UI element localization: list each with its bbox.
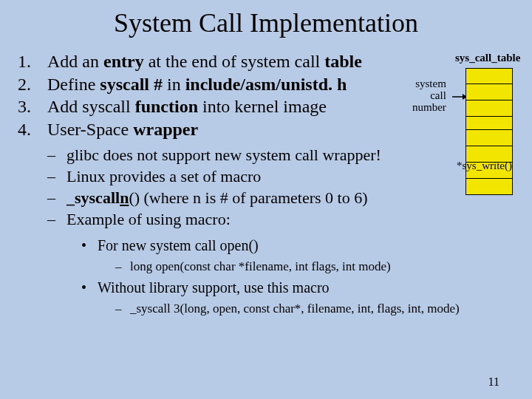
- sys-write-label: *sys_write(): [457, 160, 512, 172]
- t: include/asm/unistd. h: [185, 75, 347, 94]
- item-number: 1.: [18, 50, 31, 73]
- t: _syscall 3(long, open, const char*, file…: [130, 301, 460, 316]
- diagram-scn-label: system call number: [412, 78, 446, 113]
- t: Linux provides a set of macro: [66, 167, 261, 185]
- sub-list-3: long open(const char *filename, int flag…: [115, 257, 532, 276]
- t: function: [135, 97, 198, 116]
- arrow-icon: [452, 90, 467, 103]
- table-row: [466, 100, 513, 117]
- t: n: [120, 188, 129, 207]
- t: into kernel image: [198, 97, 327, 116]
- t: Without library support, use this macro: [98, 279, 330, 296]
- list-item: Example of using macro:: [47, 208, 532, 230]
- item-number: 4.: [18, 118, 31, 141]
- table-row: [466, 68, 513, 84]
- table-row: [466, 179, 513, 195]
- t: User-Space: [47, 120, 133, 139]
- t: glibc does not support new system call w…: [66, 146, 381, 164]
- t: entry: [103, 52, 144, 71]
- t: Example of using macro:: [66, 210, 231, 228]
- t: wrapper: [133, 120, 198, 139]
- t: in: [163, 75, 185, 94]
- sub-list-2: For new system call open() long open(con…: [81, 234, 532, 318]
- t: long open(const char *filename, int flag…: [130, 259, 391, 273]
- list-item: long open(const char *filename, int flag…: [115, 257, 532, 276]
- table-row: [466, 130, 513, 146]
- t: _syscall: [66, 188, 120, 207]
- sub-list-3: _syscall 3(long, open, const char*, file…: [115, 299, 532, 318]
- t: table: [324, 52, 362, 71]
- t: at the end of system call: [144, 52, 325, 71]
- list-item: Without library support, use this macro …: [81, 276, 532, 318]
- t: syscall #: [100, 75, 163, 94]
- table-row: [466, 84, 513, 100]
- sub-list-1: glibc does not support new system call w…: [47, 144, 532, 230]
- t: Define: [47, 75, 100, 94]
- list-item: _syscalln() (where n is # of parameters …: [47, 187, 532, 208]
- list-item: For new system call open() long open(con…: [81, 234, 532, 276]
- list-item: _syscall 3(long, open, const char*, file…: [115, 299, 532, 318]
- item-number: 3.: [18, 95, 31, 118]
- t: Add syscall: [47, 97, 135, 116]
- t: For new system call open(): [98, 237, 259, 253]
- slide-title: System Call Implementation: [0, 0, 532, 50]
- list-item: 4. User-Space wrapper: [18, 118, 532, 141]
- item-number: 2.: [18, 73, 31, 96]
- page-number: 11: [488, 375, 499, 389]
- t: () (where n is # of parameters 0 to 6): [129, 188, 367, 207]
- table-row: [466, 117, 513, 130]
- t: Add an: [47, 52, 103, 71]
- diagram-table-label: sys_call_table: [455, 52, 520, 64]
- syscall-table: [466, 68, 513, 195]
